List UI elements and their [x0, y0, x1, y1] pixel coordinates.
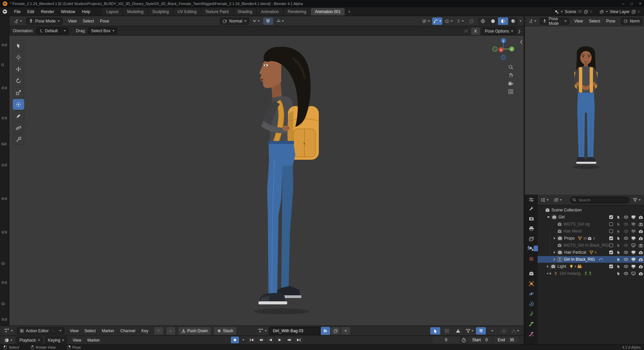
hide-viewport-eye-icon[interactable] [624, 265, 628, 268]
properties-tab-constraints[interactable] [528, 301, 535, 307]
workspace-tab-rendering[interactable]: Rendering [284, 8, 310, 15]
collapsed-channel-icon[interactable] [2, 87, 7, 89]
navigation-gizmo[interactable]: Z Y X [492, 38, 515, 60]
viewport-menu-view[interactable]: View [571, 17, 586, 25]
new-scene-icon[interactable] [584, 10, 588, 14]
view-layer-selector[interactable]: View Layer × [597, 8, 643, 15]
playback-dropdown[interactable]: Playback [17, 337, 43, 344]
disable-render-camera-icon[interactable] [638, 271, 643, 276]
snap-toggle[interactable] [263, 17, 273, 25]
menu-file[interactable]: File [11, 8, 24, 15]
hide-viewport-eye-icon[interactable] [624, 251, 628, 254]
viewport-menu-view[interactable]: View [65, 17, 80, 25]
timeline-menu-marker[interactable]: Marker [84, 337, 103, 344]
snap-mode-dropdown[interactable] [487, 327, 497, 335]
selectability-checkbox[interactable] [609, 243, 613, 247]
selectable-toggle-icon[interactable] [616, 257, 621, 261]
selectable-toggle-icon[interactable] [616, 215, 621, 219]
selectability-checkbox[interactable] [609, 215, 613, 219]
add-workspace-button[interactable]: + [345, 8, 353, 15]
shading-solid-button[interactable] [488, 17, 498, 25]
camera-view-icon[interactable] [508, 81, 513, 86]
mode-dropdown[interactable]: Pose Mode [26, 18, 62, 24]
gizmos-toggle[interactable] [432, 17, 442, 25]
stash-button[interactable]: Stash [214, 327, 237, 335]
properties-editor-icon[interactable] [529, 197, 534, 202]
character-front-view[interactable] [567, 46, 605, 171]
scene-selector[interactable]: Scene × [552, 8, 595, 15]
chevron-down-icon[interactable] [519, 20, 522, 22]
jump-to-end-button[interactable] [295, 337, 303, 343]
disable-viewport-monitor-icon[interactable] [631, 229, 636, 233]
browse-action-dropdown[interactable] [257, 327, 268, 335]
expander-icon[interactable] [547, 216, 550, 218]
disable-viewport-monitor-icon[interactable] [631, 215, 636, 219]
collapsed-channel-icon[interactable] [2, 164, 7, 166]
close-button[interactable]: × [639, 1, 641, 6]
jump-to-start-button[interactable] [248, 337, 256, 343]
hide-viewport-eye-icon[interactable] [624, 215, 628, 219]
selection-marquee-icon[interactable] [442, 327, 452, 335]
disable-viewport-monitor-icon[interactable] [631, 250, 636, 254]
selectable-toggle-icon[interactable] [616, 222, 621, 226]
properties-tab-view-layer[interactable] [528, 236, 535, 242]
viewport-menu-select[interactable]: Select [80, 17, 97, 25]
character-side-view[interactable] [242, 44, 326, 316]
menu-window[interactable]: Window [57, 8, 79, 15]
scale-tool[interactable] [13, 87, 24, 98]
cursor-tool[interactable] [13, 52, 24, 63]
show-hide-dropdown[interactable] [421, 17, 431, 25]
selectable-toggle-icon[interactable] [616, 264, 621, 268]
disable-viewport-monitor-icon[interactable] [631, 257, 636, 261]
shading-rendered-button[interactable] [508, 17, 518, 25]
workspace-tab-animation[interactable]: Animation [257, 8, 283, 15]
left-collapsed-editor-strip[interactable]: GGirlGiGi [0, 16, 9, 326]
filters-dropdown[interactable] [464, 327, 475, 335]
outliner-row-hair-mesh[interactable]: Hair Mesh [538, 228, 644, 235]
outliner-item-name[interactable]: WGTS_Girl rig [563, 222, 590, 227]
viewport-canvas[interactable]: Z Y X ❮ [9, 36, 524, 326]
add-primitive-tool[interactable] [13, 134, 24, 145]
expand-panel-chevron[interactable]: ❯ [518, 29, 521, 34]
outliner-item-name[interactable]: Hair Mesh [563, 229, 582, 234]
disable-viewport-monitor-icon[interactable] [631, 222, 636, 226]
snap-target-dropdown[interactable] [275, 17, 285, 25]
new-view-layer-icon[interactable] [632, 10, 636, 14]
play-button[interactable] [276, 337, 284, 343]
hide-viewport-eye-icon[interactable] [624, 222, 628, 226]
collapsed-channel-icon[interactable] [2, 197, 7, 200]
outliner-item-name[interactable]: Hair Partical [564, 250, 586, 255]
properties-tab-bone[interactable] [528, 321, 535, 327]
timeline-menu-view[interactable]: View [69, 337, 84, 344]
disable-render-camera-icon[interactable] [638, 257, 643, 261]
workspace-tab-animation-001[interactable]: Animation.001 [311, 8, 345, 15]
hide-viewport-eye-icon[interactable] [624, 230, 628, 233]
selectability-checkbox[interactable] [609, 236, 613, 240]
disable-viewport-monitor-icon[interactable] [631, 264, 636, 268]
selectability-checkbox[interactable] [609, 264, 613, 268]
snap-toggle[interactable] [476, 327, 486, 335]
blender-menu-icon[interactable] [3, 9, 9, 14]
properties-tab-bone-constraint[interactable] [528, 331, 535, 337]
outliner-item-name[interactable]: Girl metarig [560, 271, 581, 276]
only-selected-toggle[interactable] [430, 327, 440, 335]
previous-keyframe-button[interactable] [257, 337, 265, 343]
transform-tool[interactable] [13, 99, 24, 110]
outliner-row-props[interactable]: Props122 [538, 235, 644, 242]
proportional-edit-toggle[interactable] [499, 327, 509, 335]
workspace-tab-sculpting[interactable]: Sculpting [148, 8, 173, 15]
expander-icon[interactable] [554, 237, 555, 240]
start-frame-field[interactable]: Start 0 [468, 337, 492, 343]
disable-viewport-monitor-icon[interactable] [631, 271, 636, 276]
editor-type-button[interactable] [12, 17, 23, 25]
selectable-toggle-icon[interactable] [616, 271, 621, 276]
selectability-checkbox[interactable] [609, 229, 613, 233]
move-channel-down-button[interactable] [154, 327, 163, 335]
hide-viewport-eye-icon[interactable] [624, 258, 628, 261]
grid-ortho-icon[interactable] [508, 89, 513, 94]
disable-render-camera-icon[interactable] [638, 229, 643, 233]
outliner-row-girl[interactable]: Girl [538, 214, 644, 220]
expander-icon[interactable] [554, 251, 555, 254]
hide-viewport-eye-icon[interactable] [624, 244, 628, 247]
properties-tab-tool[interactable] [528, 205, 535, 211]
